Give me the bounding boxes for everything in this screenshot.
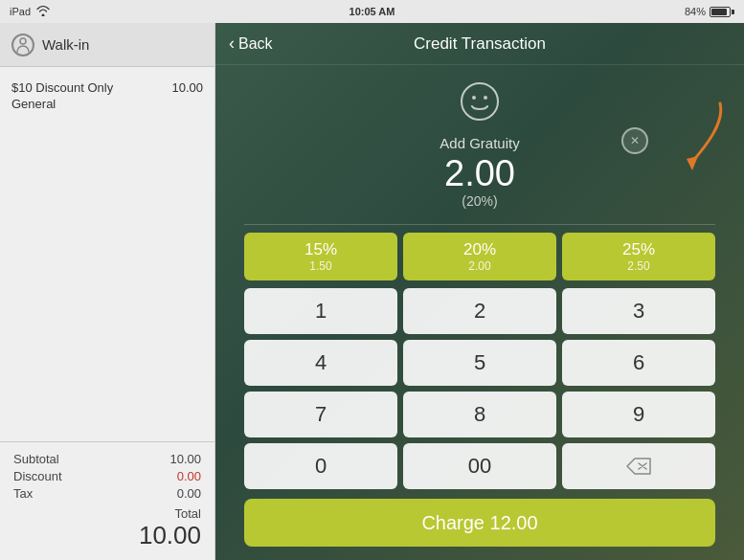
key-0-button[interactable]: 0 <box>244 443 397 489</box>
status-left: iPad <box>10 6 50 18</box>
left-panel: Walk-in $10 Discount Only General 10.00 … <box>0 23 215 560</box>
right-panel: ‹ Back Credit Transaction Add Gratuity 2… <box>215 23 744 560</box>
gratuity-amount: 2.00 <box>444 155 515 191</box>
pct-20-button[interactable]: 20% 2.00 <box>403 233 556 280</box>
numpad-grid: 1 2 3 4 5 6 7 8 9 0 00 <box>244 288 715 489</box>
walk-in-label: Walk-in <box>42 36 89 53</box>
item-name: $10 Discount Only General <box>11 80 113 113</box>
back-button[interactable]: ‹ Back <box>229 34 273 54</box>
tax-row: Tax 0.00 <box>13 486 201 501</box>
svg-point-0 <box>20 38 26 44</box>
key-6-button[interactable]: 6 <box>562 340 715 386</box>
key-00-button[interactable]: 00 <box>403 443 556 489</box>
svg-point-2 <box>472 96 476 100</box>
discount-row: Discount 0.00 <box>13 469 201 483</box>
pct-15-button[interactable]: 15% 1.50 <box>244 233 397 280</box>
pct-20-label: 20% <box>463 240 496 259</box>
tax-value: 0.00 <box>177 486 201 501</box>
status-right: 84% <box>685 6 734 17</box>
pct-25-amount: 2.50 <box>627 259 649 273</box>
nav-bar: ‹ Back Credit Transaction <box>215 23 744 65</box>
svg-point-1 <box>462 83 498 120</box>
subtotal-row: Subtotal 10.00 <box>13 452 201 466</box>
backspace-icon <box>625 457 652 476</box>
key-9-button[interactable]: 9 <box>562 392 715 437</box>
discount-value: 0.00 <box>177 469 201 483</box>
keypad-section: 15% 1.50 20% 2.00 25% 2.50 1 2 3 4 5 <box>215 233 744 560</box>
total-row: Total 10.00 <box>13 506 201 550</box>
list-item: $10 Discount Only General 10.00 <box>11 77 203 117</box>
total-label: Total <box>175 506 201 521</box>
svg-point-3 <box>484 96 487 100</box>
main-container: Walk-in $10 Discount Only General 10.00 … <box>0 23 744 560</box>
discount-label: Discount <box>13 469 62 483</box>
charge-button[interactable]: Charge 12.00 <box>244 499 715 547</box>
backspace-button[interactable] <box>562 443 715 489</box>
key-7-button[interactable]: 7 <box>244 392 397 437</box>
pct-15-label: 15% <box>304 240 337 259</box>
battery-icon <box>710 7 734 17</box>
pct-25-label: 25% <box>622 240 655 259</box>
total-value: 10.00 <box>139 521 201 550</box>
walk-in-header: Walk-in <box>0 23 214 67</box>
divider <box>244 224 715 225</box>
pct-25-button[interactable]: 25% 2.50 <box>562 233 715 280</box>
back-chevron-icon: ‹ <box>229 34 235 54</box>
key-5-button[interactable]: 5 <box>403 340 556 386</box>
tax-label: Tax <box>13 486 33 501</box>
battery-percent: 84% <box>685 6 706 17</box>
pct-15-amount: 1.50 <box>309 259 331 273</box>
item-price: 10.00 <box>171 80 203 95</box>
key-4-button[interactable]: 4 <box>244 340 397 386</box>
key-1-button[interactable]: 1 <box>244 288 397 334</box>
order-items: $10 Discount Only General 10.00 <box>0 67 214 441</box>
smiley-icon <box>459 80 501 131</box>
status-bar: iPad 10:05 AM 84% <box>0 0 744 23</box>
key-3-button[interactable]: 3 <box>562 288 715 334</box>
pct-20-amount: 2.00 <box>468 259 490 273</box>
summary-section: Subtotal 10.00 Discount 0.00 Tax 0.00 To… <box>0 441 214 560</box>
status-time: 10:05 AM <box>349 6 395 17</box>
nav-title: Credit Transaction <box>414 34 546 54</box>
percent-row: 15% 1.50 20% 2.00 25% 2.50 <box>244 233 715 280</box>
wifi-icon <box>36 6 50 18</box>
back-label: Back <box>238 35 273 53</box>
subtotal-value: 10.00 <box>169 452 201 466</box>
walk-in-icon <box>11 34 34 56</box>
key-2-button[interactable]: 2 <box>403 288 556 334</box>
gratuity-label: Add Gratuity <box>440 135 519 151</box>
clear-gratuity-button[interactable] <box>621 127 648 154</box>
gratuity-section: Add Gratuity 2.00 (20%) <box>215 65 744 216</box>
subtotal-label: Subtotal <box>13 452 59 466</box>
ipad-label: iPad <box>10 6 31 17</box>
key-8-button[interactable]: 8 <box>403 392 556 437</box>
gratuity-percent: (20%) <box>462 193 497 209</box>
gratuity-wrapper: Add Gratuity 2.00 (20%) <box>215 65 744 216</box>
arrow-annotation <box>667 94 734 180</box>
